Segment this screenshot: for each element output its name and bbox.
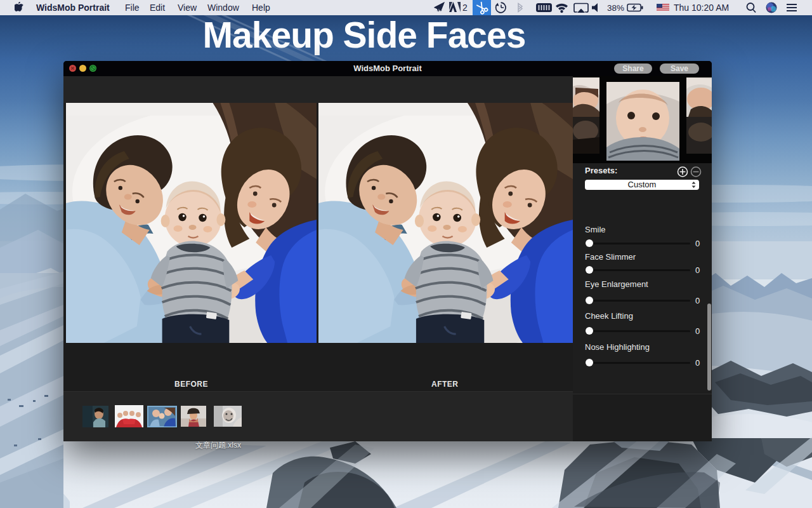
svg-text:Thu 10:20 AM: Thu 10:20 AM bbox=[674, 3, 729, 13]
svg-text:2: 2 bbox=[462, 3, 468, 13]
svg-text:38%: 38% bbox=[607, 3, 624, 13]
